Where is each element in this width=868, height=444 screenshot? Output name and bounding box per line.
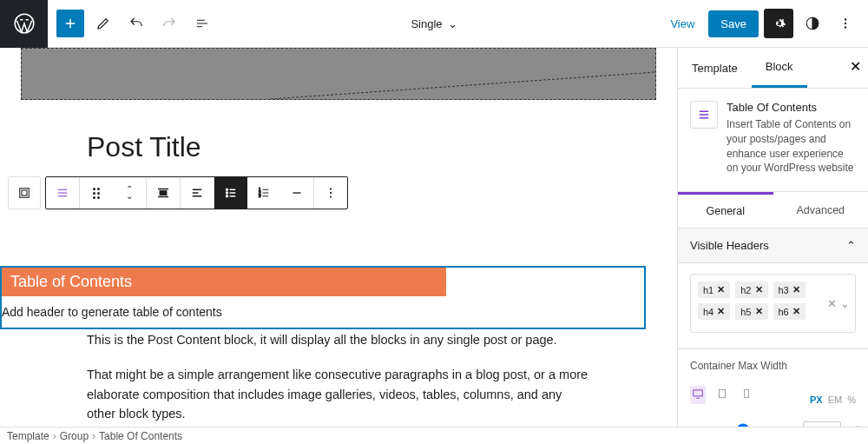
save-button[interactable]: Save: [708, 10, 759, 37]
list-numbered-button[interactable]: 123: [247, 177, 280, 209]
toc-block-icon: [690, 101, 718, 129]
remove-tag-icon[interactable]: ✕: [717, 284, 725, 295]
add-block-button[interactable]: [56, 10, 84, 37]
post-paragraph: This is the Post Content block, it will …: [87, 330, 590, 349]
styles-button[interactable]: [799, 10, 826, 37]
breadcrumb-item[interactable]: Group: [60, 430, 89, 442]
block-card-title: Table Of Contents: [727, 101, 856, 114]
align-button[interactable]: [147, 177, 180, 209]
svg-text:3: 3: [259, 194, 261, 198]
block-breadcrumb: Template › Group › Table Of Contents: [0, 427, 868, 444]
list-bullet-button[interactable]: [214, 177, 247, 209]
svg-rect-6: [22, 190, 27, 195]
block-card: Table Of Contents Insert Table of Conten…: [678, 89, 868, 192]
post-title[interactable]: Post Title: [87, 131, 677, 163]
remove-tag-icon[interactable]: ✕: [792, 306, 800, 317]
unit-em[interactable]: EM: [828, 394, 843, 405]
header-tag[interactable]: h6✕: [773, 303, 806, 320]
breadcrumb-separator: ›: [92, 430, 95, 442]
view-button[interactable]: View: [661, 12, 703, 36]
device-mobile-button[interactable]: [739, 386, 754, 404]
svg-rect-5: [20, 189, 30, 198]
header-tag-container: h1✕ h2✕ h3✕ h4✕ h5✕ h6✕ ✕ ⌄: [690, 274, 856, 333]
visible-headers-body: h1✕ h2✕ h3✕ h4✕ h5✕ h6✕ ✕ ⌄: [678, 263, 868, 349]
editor-tools: [48, 10, 216, 37]
unit-px[interactable]: PX: [810, 394, 823, 405]
chevron-down-icon: ⌄: [448, 17, 457, 30]
close-sidebar-button[interactable]: ✕: [850, 58, 861, 75]
redo-button[interactable]: [155, 10, 183, 37]
panel-visible-headers[interactable]: Visible Headers ⌃: [678, 229, 868, 263]
toc-title: Table of Contents: [2, 268, 446, 296]
block-more-options[interactable]: [314, 177, 347, 209]
expand-tags-button[interactable]: ⌄: [840, 297, 850, 310]
remove-tag-icon[interactable]: ✕: [717, 306, 725, 317]
svg-point-15: [330, 192, 332, 194]
settings-sidebar: Template Block ✕ Table Of Contents Inser…: [677, 48, 868, 444]
device-desktop-button[interactable]: [690, 386, 706, 404]
block-card-description: Insert Table of Contents on your posts/p…: [727, 117, 856, 176]
svg-point-8: [227, 189, 228, 190]
unit-pct[interactable]: %: [847, 394, 856, 405]
svg-rect-19: [745, 390, 749, 398]
svg-point-10: [227, 195, 228, 197]
svg-point-4: [845, 26, 846, 28]
svg-point-14: [330, 188, 332, 189]
tab-template[interactable]: Template: [678, 48, 752, 88]
breadcrumb-item[interactable]: Template: [7, 430, 49, 442]
block-toolbar: ⌃⌄ 123: [45, 176, 348, 209]
top-toolbar: Single ⌄ View Save: [0, 0, 868, 48]
sidebar-tabs: Template Block ✕: [678, 48, 868, 89]
device-tablet-button[interactable]: [714, 386, 730, 404]
svg-rect-7: [160, 191, 167, 195]
svg-point-2: [845, 18, 846, 20]
collapse-button[interactable]: [280, 177, 313, 209]
select-parent-button[interactable]: [8, 176, 41, 209]
clear-tags-button[interactable]: ✕: [827, 297, 837, 310]
remove-tag-icon[interactable]: ✕: [755, 306, 763, 317]
more-options-button[interactable]: [832, 10, 859, 37]
header-tag[interactable]: h4✕: [698, 303, 730, 320]
svg-point-3: [845, 23, 846, 24]
move-up-down[interactable]: ⌃⌄: [113, 177, 146, 209]
topbar-actions: View Save: [661, 9, 868, 38]
tab-block[interactable]: Block: [752, 48, 807, 88]
svg-point-9: [227, 192, 228, 194]
header-tag[interactable]: h2✕: [735, 282, 767, 298]
settings-button[interactable]: [764, 9, 793, 38]
block-subtabs: General Advanced: [678, 192, 868, 229]
svg-rect-18: [720, 390, 726, 398]
svg-point-16: [330, 195, 332, 197]
subtab-general[interactable]: General: [678, 192, 773, 228]
header-tag[interactable]: h3✕: [773, 282, 806, 298]
edit-mode-button[interactable]: [89, 10, 117, 37]
panel-label: Visible Headers: [690, 239, 769, 252]
header-tag[interactable]: h5✕: [735, 303, 767, 320]
unit-switch: PX EM %: [810, 394, 856, 405]
table-of-contents-block[interactable]: Table of Contents Add header to generate…: [0, 266, 646, 329]
featured-image-placeholder[interactable]: [21, 48, 656, 100]
responsive-device-switch: [690, 386, 754, 404]
toc-empty-message: Add header to generate table of contents: [2, 296, 644, 328]
chevron-up-icon: ⌃: [846, 239, 856, 252]
breadcrumb-separator: ›: [53, 430, 56, 442]
undo-button[interactable]: [122, 10, 150, 37]
post-content-block[interactable]: This is the Post Content block, it will …: [87, 330, 590, 427]
remove-tag-icon[interactable]: ✕: [792, 284, 800, 295]
container-width-label: Container Max Width: [690, 360, 787, 372]
header-tag[interactable]: h1✕: [698, 282, 730, 298]
subtab-advanced[interactable]: Advanced: [773, 192, 869, 228]
text-align-button[interactable]: [181, 177, 214, 209]
post-paragraph: That might be a simple arrangement like …: [87, 365, 590, 423]
breadcrumb-item[interactable]: Table Of Contents: [99, 430, 182, 442]
svg-rect-17: [694, 390, 703, 396]
list-view-button[interactable]: [188, 10, 216, 37]
template-switcher[interactable]: Single ⌄: [411, 17, 457, 30]
remove-tag-icon[interactable]: ✕: [755, 284, 763, 295]
wordpress-logo[interactable]: [0, 0, 48, 48]
template-name: Single: [411, 17, 442, 30]
editor-canvas: Post Title ⌃⌄ 123: [0, 48, 677, 427]
drag-handle[interactable]: [80, 177, 113, 209]
block-type-icon[interactable]: [46, 177, 79, 209]
